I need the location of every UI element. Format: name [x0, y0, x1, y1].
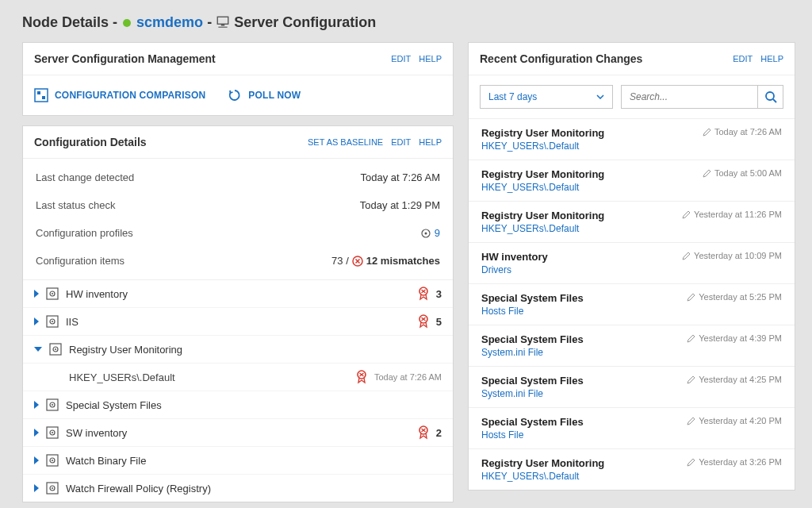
change-row[interactable]: Registry User MonitoringHKEY_USERs\.Defa… [469, 119, 795, 160]
pencil-icon [682, 252, 691, 260]
server-icon [216, 15, 230, 29]
search-button[interactable] [757, 86, 783, 108]
time-range-dropdown[interactable]: Last 7 days [480, 85, 613, 109]
caret-right-icon [34, 290, 39, 298]
profile-icon [45, 314, 59, 329]
svg-rect-2 [219, 27, 228, 28]
change-row[interactable]: Special System FilesHosts FileYesterday … [469, 284, 795, 325]
tree-child-time: Today at 7:26 AM [374, 372, 442, 382]
mismatch-badge-icon [417, 425, 430, 440]
change-title: HW inventory [481, 251, 682, 263]
last-change-row: Last change detected Today at 7:26 AM [23, 164, 453, 191]
pencil-icon [703, 128, 711, 137]
edit-link[interactable]: EDIT [391, 54, 411, 64]
tree-row[interactable]: Watch Firewall Policy (Registry) [23, 474, 453, 502]
tree-child-row[interactable]: HKEY_USERs\.DefaultToday at 7:26 AM [23, 363, 453, 391]
svg-point-23 [52, 404, 53, 406]
scm-panel: Server Configuration Management EDIT HEL… [22, 42, 454, 116]
profile-icon [45, 481, 59, 495]
mismatch-count: 2 [436, 427, 442, 439]
tree-row[interactable]: Registry User Monitoring [23, 335, 453, 363]
search-icon [764, 90, 777, 103]
tree-row[interactable]: IIS5 [23, 307, 453, 335]
profiles-row: Configuration profiles 9 [23, 219, 453, 247]
change-sublink[interactable]: Drivers [481, 264, 682, 275]
set-baseline-link[interactable]: SET AS BASELINE [308, 137, 383, 147]
poll-now-button[interactable]: POLL NOW [228, 88, 301, 102]
config-comparison-button[interactable]: CONFIGURATION COMPARISON [34, 88, 205, 102]
change-title: Registry User Monitoring [481, 168, 703, 180]
change-row[interactable]: Registry User MonitoringHKEY_USERs\.Defa… [469, 449, 795, 490]
change-sublink[interactable]: System.ini File [481, 388, 687, 399]
edit-link[interactable]: EDIT [733, 54, 753, 64]
changes-list: Registry User MonitoringHKEY_USERs\.Defa… [469, 119, 795, 490]
search-wrap [621, 85, 783, 109]
tree-row[interactable]: Watch Binary File [23, 446, 453, 474]
change-sublink[interactable]: HKEY_USERs\.Default [481, 471, 687, 482]
svg-rect-3 [35, 89, 48, 102]
svg-line-35 [773, 99, 776, 102]
change-sublink[interactable]: Hosts File [481, 306, 687, 317]
node-link[interactable]: scmdemo [136, 14, 203, 30]
svg-point-34 [766, 92, 774, 100]
pencil-icon [687, 334, 695, 343]
tree-row[interactable]: Special System Files [23, 391, 453, 418]
change-title: Special System Files [481, 333, 687, 345]
svg-rect-5 [42, 96, 45, 99]
search-input[interactable] [622, 91, 757, 102]
change-row[interactable]: Registry User MonitoringHKEY_USERs\.Defa… [469, 160, 795, 202]
change-time: Yesterday at 10:09 PM [682, 251, 782, 260]
change-row[interactable]: Special System FilesHosts FileYesterday … [469, 408, 795, 449]
change-row[interactable]: Special System FilesSystem.ini FileYeste… [469, 367, 795, 408]
change-time: Today at 5:00 AM [703, 168, 782, 178]
caret-right-icon [34, 401, 39, 409]
edit-link[interactable]: EDIT [391, 137, 411, 147]
mismatch-badge-icon [355, 370, 368, 384]
change-row[interactable]: Special System FilesSystem.ini FileYeste… [469, 325, 795, 367]
change-row[interactable]: Registry User MonitoringHKEY_USERs\.Defa… [469, 202, 795, 243]
pencil-icon [687, 375, 695, 384]
change-time: Yesterday at 3:26 PM [687, 457, 782, 467]
caret-right-icon [34, 484, 39, 492]
tree-label: Watch Binary File [66, 455, 442, 467]
svg-rect-0 [217, 17, 228, 24]
changes-panel-title: Recent Configuration Changes [480, 52, 733, 65]
scm-panel-title: Server Configuration Management [34, 52, 391, 65]
svg-rect-4 [37, 91, 40, 94]
profile-icon [45, 453, 59, 468]
svg-point-30 [52, 460, 53, 461]
tree-row[interactable]: HW inventory3 [23, 280, 453, 307]
title-suffix: Server Configuration [234, 14, 376, 30]
caret-right-icon [34, 429, 39, 437]
svg-point-33 [52, 487, 53, 489]
change-title: Special System Files [481, 292, 687, 304]
change-title: Registry User Monitoring [481, 457, 687, 469]
pencil-icon [682, 210, 691, 219]
chevron-down-icon [596, 94, 604, 99]
help-link[interactable]: HELP [419, 54, 442, 64]
pencil-icon [687, 417, 695, 425]
change-sublink[interactable]: HKEY_USERs\.Default [481, 223, 682, 234]
change-sublink[interactable]: Hosts File [481, 429, 687, 441]
help-link[interactable]: HELP [760, 54, 783, 64]
change-sublink[interactable]: HKEY_USERs\.Default [481, 140, 703, 152]
refresh-icon [228, 88, 242, 102]
svg-point-19 [55, 348, 56, 350]
change-title: Special System Files [481, 416, 687, 428]
tree-label: Special System Files [66, 399, 442, 411]
change-sublink[interactable]: HKEY_USERs\.Default [481, 182, 703, 193]
change-title: Special System Files [481, 375, 687, 387]
changes-panel: Recent Configuration Changes EDIT HELP L… [468, 42, 795, 491]
tree-row[interactable]: SW inventory2 [23, 418, 453, 446]
svg-point-7 [424, 232, 427, 234]
change-row[interactable]: HW inventoryDriversYesterday at 10:09 PM [469, 243, 795, 284]
profiles-link[interactable]: 9 [435, 227, 440, 239]
change-time: Yesterday at 11:26 PM [682, 210, 782, 219]
help-link[interactable]: HELP [419, 137, 442, 147]
status-dot-icon [123, 19, 131, 27]
mismatch-icon [352, 256, 363, 267]
svg-rect-1 [221, 24, 225, 25]
profile-icon [45, 398, 59, 412]
mismatch-count: 3 [436, 288, 442, 300]
change-sublink[interactable]: System.ini File [481, 347, 687, 358]
